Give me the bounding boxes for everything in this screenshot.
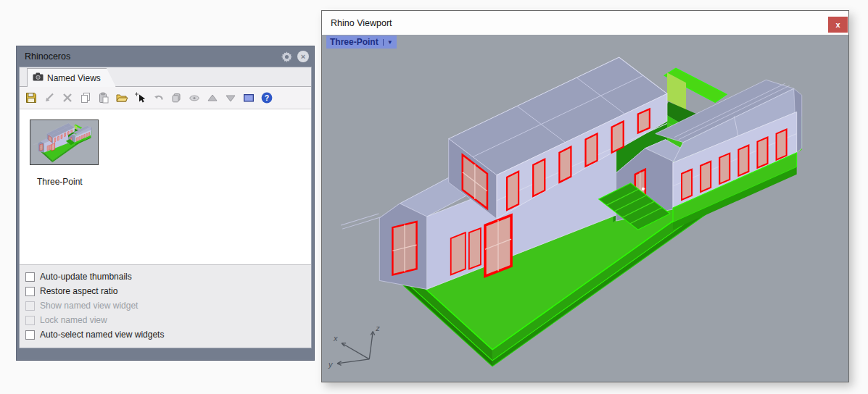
axis-z-label: z — [375, 324, 380, 332]
tab-named-views[interactable]: Named Views — [27, 68, 116, 87]
move-up-icon[interactable] — [205, 91, 220, 105]
checkbox-lock-named-view: Lock named view — [25, 313, 305, 327]
pick-target-icon[interactable] — [133, 91, 147, 105]
camera-icon — [33, 72, 44, 83]
checkbox-auto-select-widgets[interactable]: Auto-select named view widgets — [25, 327, 305, 342]
window-close-button[interactable]: x — [828, 17, 848, 33]
edit-icon[interactable] — [42, 91, 57, 105]
duplicate-icon[interactable] — [169, 91, 183, 105]
named-views-toolbar: ? — [20, 87, 311, 109]
restore-view-icon[interactable] — [151, 91, 165, 105]
named-views-panel: Rhinoceros × Named Views — [17, 46, 314, 360]
named-view-thumbnail[interactable] — [30, 120, 99, 165]
checkbox-box — [25, 301, 35, 311]
axis-gizmo: z x y — [328, 324, 380, 369]
display-mode-icon[interactable] — [241, 91, 256, 105]
checkbox-box[interactable] — [25, 330, 35, 340]
options-area: Auto-update thumbnails Restore aspect ra… — [20, 265, 311, 348]
help-icon[interactable]: ? — [260, 91, 274, 105]
window-title: Rhino Viewport — [322, 18, 392, 28]
tab-label: Named Views — [47, 73, 101, 83]
chevron-down-icon[interactable]: ▼ — [383, 39, 393, 46]
checkbox-box — [25, 316, 35, 325]
tab-strip: Named Views — [20, 67, 311, 87]
panel-body: Named Views ? Three-P — [19, 67, 312, 348]
checkbox-box[interactable] — [25, 272, 35, 282]
axis-y-label: y — [328, 360, 334, 369]
panel-title: Rhinoceros — [19, 51, 70, 62]
delete-icon[interactable] — [60, 91, 75, 105]
open-folder-icon[interactable] — [115, 91, 129, 105]
checkbox-show-named-view-widget: Show named view widget — [25, 298, 305, 313]
copy-icon[interactable] — [78, 91, 93, 105]
named-view-name: Three-Point — [30, 177, 99, 187]
panel-close-icon[interactable]: × — [297, 51, 309, 62]
viewport-canvas[interactable]: z x y — [322, 35, 848, 382]
paste-icon[interactable] — [96, 91, 111, 105]
panel-titlebar[interactable]: Rhinoceros × — [19, 46, 312, 67]
window-titlebar[interactable]: Rhino Viewport x — [322, 11, 848, 35]
move-down-icon[interactable] — [223, 91, 238, 105]
show-view-icon[interactable] — [187, 91, 202, 105]
checkbox-auto-update-thumbnails[interactable]: Auto-update thumbnails — [25, 269, 305, 284]
svg-text:?: ? — [265, 93, 269, 102]
gear-icon[interactable] — [281, 51, 293, 63]
viewport[interactable]: Three-Point ▼ — [322, 35, 848, 382]
named-view-item[interactable]: Three-Point — [30, 120, 99, 187]
rhino-viewport-window: Rhino Viewport x Three-Point ▼ — [321, 10, 849, 382]
viewport-label-dropdown[interactable]: Three-Point ▼ — [326, 35, 397, 49]
axis-x-label: x — [333, 334, 338, 343]
checkbox-restore-aspect-ratio[interactable]: Restore aspect ratio — [25, 284, 305, 298]
checkbox-box[interactable] — [25, 287, 35, 296]
named-views-list: Three-Point — [20, 109, 311, 265]
viewport-name: Three-Point — [330, 37, 379, 47]
save-icon[interactable] — [24, 91, 38, 105]
